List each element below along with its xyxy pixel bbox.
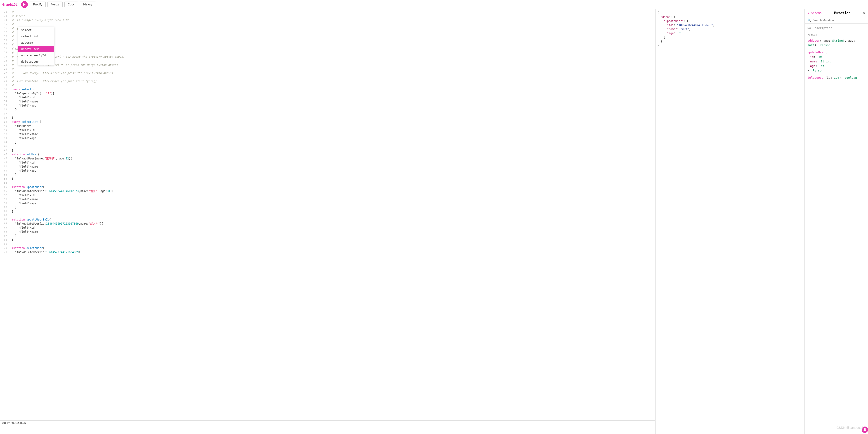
code-line: "field">age — [11, 136, 653, 140]
prettify-button[interactable]: Prettify — [30, 2, 45, 7]
code-line — [11, 112, 653, 116]
code-line: } — [11, 116, 653, 120]
ac-item-updateuser[interactable]: updateUser — [18, 46, 54, 52]
code-line: } — [11, 177, 653, 181]
schema-search-input[interactable] — [812, 19, 865, 22]
code-line: # — [11, 22, 653, 26]
schema-back-button[interactable]: < Schema — [807, 11, 822, 15]
line-number: 47 — [0, 152, 9, 156]
line-number: 43 — [0, 136, 9, 140]
code-line — [11, 242, 653, 246]
line-number: 69 — [0, 242, 9, 246]
line-number: 38 — [0, 116, 9, 120]
line-number: 21 — [0, 47, 9, 51]
code-line: "field">id — [11, 193, 653, 197]
line-numbers: 1213141516171819202122232425262728293031… — [0, 9, 9, 421]
code-line: "field">age — [11, 169, 653, 173]
run-button[interactable] — [21, 1, 28, 8]
code-line: # — [11, 38, 653, 42]
code-line: "field">id — [11, 161, 653, 165]
copy-button[interactable]: Copy — [64, 2, 78, 7]
line-number: 65 — [0, 226, 9, 230]
results-pane: { "data": { "updateUser": { "id": "18664… — [655, 9, 805, 434]
result-line: } — [657, 35, 803, 39]
line-number: 31 — [0, 87, 9, 91]
code-line: "field">name — [11, 197, 653, 201]
code-line: "field">age — [11, 104, 653, 108]
line-number: 14 — [0, 18, 9, 22]
code-line: # Prettify Query: Shift-Ctrl-P (or press… — [11, 55, 653, 59]
result-line: "data": { — [657, 15, 803, 19]
line-number: 44 — [0, 140, 9, 144]
editor-area[interactable]: 1213141516171819202122232425262728293031… — [0, 9, 655, 421]
line-number: 13 — [0, 14, 9, 18]
code-line: # Keyboard — [11, 47, 653, 51]
svg-marker-0 — [23, 3, 26, 6]
line-number: 42 — [0, 132, 9, 136]
code-line: } — [11, 234, 653, 238]
schema-close-button[interactable]: × — [863, 11, 865, 15]
line-number: 63 — [0, 218, 9, 222]
result-line: } — [657, 44, 803, 48]
code-line: # Merge Query: Shift-Ctrl-M (or press th… — [11, 63, 653, 67]
code-line: } — [11, 205, 653, 209]
code-line: } — [11, 238, 653, 242]
code-line: # — [11, 75, 653, 79]
ac-item-deleteuser[interactable]: deleteUser — [18, 59, 54, 65]
schema-field-name-adduser[interactable]: addUser — [807, 39, 820, 42]
ac-item-adduser[interactable]: addUser — [18, 39, 54, 46]
code-line: "fn">deleteUser(id:18664570744171634689) — [11, 250, 653, 254]
schema-field-name-deleteuser[interactable]: deleteUser — [807, 76, 825, 79]
history-button[interactable]: History — [80, 2, 96, 7]
merge-button[interactable]: Merge — [48, 2, 63, 7]
line-number: 60 — [0, 205, 9, 209]
code-line: "fn">addUser(name:"王麻子", age:22){ — [11, 156, 653, 161]
line-number: 59 — [0, 201, 9, 205]
line-number: 45 — [0, 144, 9, 148]
autocomplete-dropdown: select selectList addUser updateUser upd… — [18, 27, 54, 65]
line-number: 27 — [0, 71, 9, 75]
line-number: 48 — [0, 156, 9, 161]
code-line: # — [11, 42, 653, 47]
ac-item-selectlist[interactable]: selectList — [18, 33, 54, 39]
line-number: 22 — [0, 51, 9, 55]
line-number: 23 — [0, 55, 9, 59]
code-line: query selectList { — [11, 120, 653, 124]
code-line: mutation updateUserById{ — [11, 218, 653, 222]
line-number: 68 — [0, 238, 9, 242]
line-number: 50 — [0, 165, 9, 169]
code-line — [11, 144, 653, 148]
query-vars-header[interactable]: QUERY VARIABLES — [0, 421, 655, 426]
line-number: 16 — [0, 26, 9, 30]
line-number: 39 — [0, 120, 9, 124]
code-line: mutation updateUser{ — [11, 185, 653, 189]
code-editor[interactable]: # # select# An example query might look … — [9, 9, 655, 421]
schema-field-name-updateuser[interactable]: updateUser — [807, 51, 825, 54]
schema-pane: < Schema Mutation × 🔍 No Description FIE… — [805, 9, 868, 434]
ac-item-select[interactable]: select — [18, 27, 54, 33]
query-vars-panel: QUERY VARIABLES — [0, 421, 655, 434]
line-number: 18 — [0, 34, 9, 38]
line-number: 20 — [0, 42, 9, 47]
app-title: GraphiQL — [2, 3, 18, 6]
code-line: "field">id — [11, 128, 653, 132]
line-number: 25 — [0, 63, 9, 67]
schema-header: < Schema Mutation × — [805, 9, 868, 17]
result-line: "id": "18664582448746012673", — [657, 23, 803, 27]
schema-body: No Description FIELDS addUser(name: Stri… — [805, 24, 868, 425]
code-line: } — [11, 140, 653, 144]
code-line: } — [11, 148, 653, 152]
line-number: 15 — [0, 22, 9, 26]
svg-point-1 — [864, 428, 866, 430]
ac-item-updateuserbyid[interactable]: updateUserById — [18, 52, 54, 59]
line-number: 67 — [0, 234, 9, 238]
code-line: # — [11, 10, 653, 14]
line-number: 57 — [0, 193, 9, 197]
line-number: 12 — [0, 10, 9, 14]
code-line — [11, 181, 653, 185]
code-line: # — [11, 59, 653, 63]
code-line: "field">id — [11, 95, 653, 99]
line-number: 19 — [0, 38, 9, 42]
user-avatar[interactable] — [862, 427, 868, 433]
code-line: # — [11, 67, 653, 71]
